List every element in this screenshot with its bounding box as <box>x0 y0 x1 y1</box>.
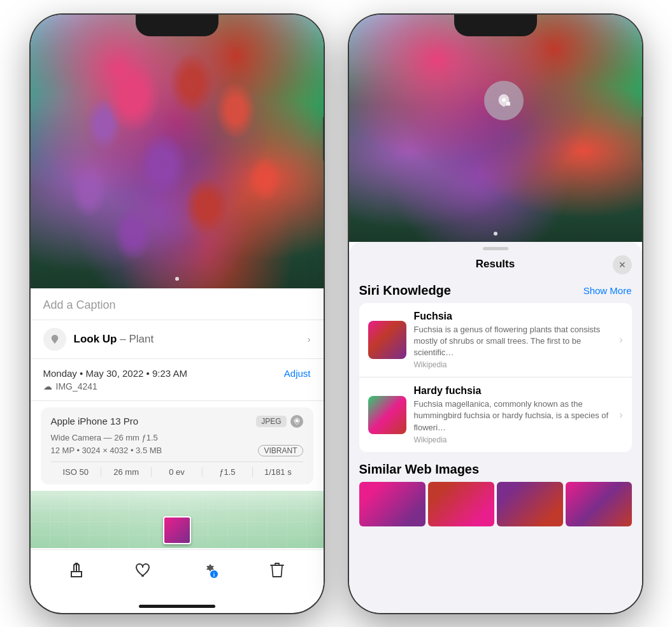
toolbar: i <box>31 549 324 602</box>
svg-point-3 <box>502 98 506 102</box>
left-phone: Add a Caption Look Up – Plant › Monday •… <box>31 15 324 613</box>
fuchsia-description: Fuchsia is a genus of flowering plants t… <box>414 324 612 359</box>
web-image-2[interactable] <box>428 482 494 526</box>
show-more-button[interactable]: Show More <box>583 285 632 296</box>
camera-section: Apple iPhone 13 Pro JPEG Wide Camera — 2… <box>41 407 313 484</box>
knowledge-item-hardy[interactable]: Hardy fuchsia Fuchsia magellanica, commo… <box>359 377 632 452</box>
right-phone: Results ✕ Siri Knowledge Show More Fuchs… <box>349 15 642 613</box>
lookup-icon <box>43 328 66 351</box>
hardy-name: Hardy fuchsia <box>414 385 612 397</box>
adjust-button[interactable]: Adjust <box>284 368 311 379</box>
fuchsia-thumbnail <box>368 321 406 359</box>
siri-knowledge-title: Siri Knowledge <box>359 283 451 298</box>
hardy-source: Wikipedia <box>414 435 612 444</box>
page-indicator <box>175 277 179 281</box>
jpeg-badge: JPEG <box>256 416 286 427</box>
knowledge-item-fuchsia[interactable]: Fuchsia Fuchsia is a genus of flowering … <box>359 303 632 377</box>
camera-mp: 12 MP • 3024 × 4032 • 3.5 MB <box>51 446 162 455</box>
map-photo-thumb <box>163 516 191 544</box>
knowledge-card: Fuchsia Fuchsia is a genus of flowering … <box>359 303 632 452</box>
lookup-row[interactable]: Look Up – Plant › <box>31 320 324 359</box>
flower-photo[interactable] <box>31 15 324 288</box>
vibrant-badge: VIBRANT <box>258 445 303 456</box>
info-button[interactable]: i <box>197 558 223 583</box>
web-image-1[interactable] <box>359 482 425 526</box>
hardy-thumbnail <box>368 396 406 434</box>
close-button[interactable]: ✕ <box>613 255 632 274</box>
heart-button[interactable] <box>131 558 156 583</box>
fuchsia-info: Fuchsia Fuchsia is a genus of flowering … <box>414 311 612 370</box>
metadata-section: Monday • May 30, 2022 • 9:23 AM Adjust ☁… <box>31 359 324 401</box>
location-icon <box>290 415 303 428</box>
web-images-title: Similar Web Images <box>359 462 480 477</box>
camera-wide: Wide Camera — 26 mm ƒ1.5 <box>51 433 303 442</box>
fuchsia-chevron-icon: › <box>619 334 622 346</box>
photo-date: Monday • May 30, 2022 • 9:23 AM <box>43 368 187 379</box>
results-content: Siri Knowledge Show More Fuchsia Fuchsia… <box>349 276 642 605</box>
lookup-chevron-icon: › <box>308 334 311 344</box>
web-image-4[interactable] <box>566 482 632 526</box>
hardy-chevron-icon: › <box>619 409 622 421</box>
photo-info-panel: Add a Caption Look Up – Plant › Monday •… <box>31 288 324 549</box>
lookup-label: Look Up – Plant <box>74 333 154 346</box>
hardy-description: Fuchsia magellanica, commonly known as t… <box>414 398 612 433</box>
camera-model: Apple iPhone 13 Pro <box>51 416 139 426</box>
fuchsia-source: Wikipedia <box>414 360 612 369</box>
home-indicator <box>139 605 215 608</box>
results-title: Results <box>476 258 515 271</box>
svg-text:i: i <box>213 572 215 578</box>
svg-point-0 <box>295 419 298 422</box>
results-header: Results ✕ <box>349 250 642 276</box>
exif-ev: 0 ev <box>152 467 202 477</box>
exif-focal: 26 mm <box>101 467 152 477</box>
visual-lookup-circle[interactable] <box>484 81 524 120</box>
share-button[interactable] <box>64 558 89 583</box>
exif-shutter: 1/181 s <box>253 467 303 477</box>
lookup-dot <box>506 102 510 106</box>
filename-label: IMG_4241 <box>56 381 97 391</box>
exif-iso: ISO 50 <box>51 467 101 477</box>
web-images-section: Similar Web Images <box>359 462 632 526</box>
siri-knowledge-header: Siri Knowledge Show More <box>359 283 632 298</box>
results-panel: Results ✕ Siri Knowledge Show More Fuchs… <box>349 242 642 613</box>
exif-aperture: ƒ1.5 <box>203 467 253 477</box>
caption-input[interactable]: Add a Caption <box>31 288 324 320</box>
delete-button[interactable] <box>264 558 290 583</box>
fuchsia-name: Fuchsia <box>414 311 612 322</box>
map-area[interactable] <box>31 491 324 548</box>
cloud-icon: ☁ <box>43 381 52 391</box>
hardy-info: Hardy fuchsia Fuchsia magellanica, commo… <box>414 385 612 444</box>
slide-indicator <box>494 232 497 236</box>
web-images-grid <box>359 482 632 526</box>
web-image-3[interactable] <box>497 482 563 526</box>
